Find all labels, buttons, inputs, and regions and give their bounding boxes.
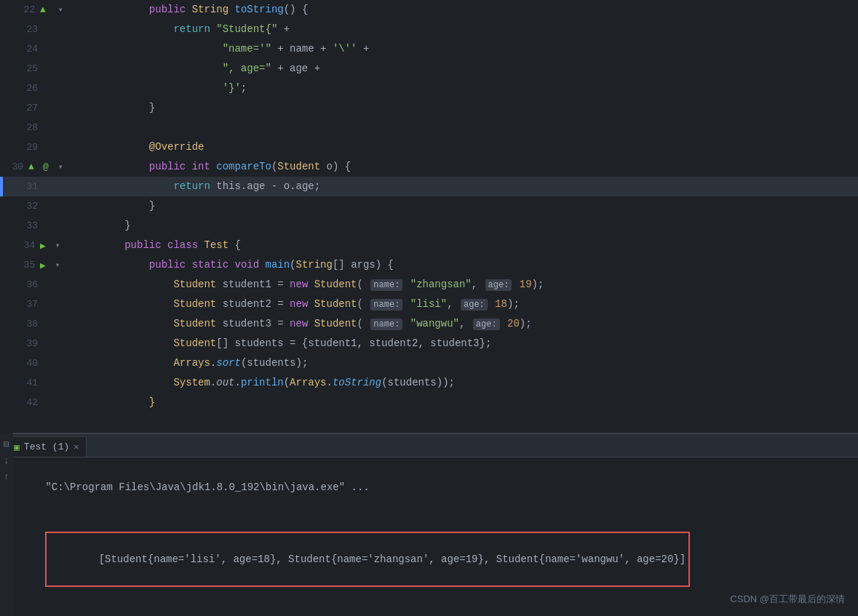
line-gutter-24: 24 bbox=[0, 44, 73, 55]
line-gutter-37: 37 bbox=[0, 299, 73, 310]
terminal-output-line: [Student{name='lisi', age=18}, Student{n… bbox=[9, 516, 849, 603]
terminal-tab-icon: ▣ bbox=[14, 441, 20, 453]
run-icon-35[interactable]: ▶ bbox=[36, 259, 49, 272]
run-icon-34[interactable]: ▶ bbox=[36, 239, 49, 252]
line-gutter-40: 40 bbox=[0, 358, 73, 369]
line-gutter-22: 22 ▲ ▾ bbox=[0, 4, 73, 17]
line-gutter-28: 28 bbox=[0, 122, 73, 133]
sidebar-icon-2[interactable]: ↓ bbox=[1, 455, 12, 466]
line-gutter-33: 33 bbox=[0, 220, 73, 231]
line-gutter-34: 34 ▶ ▾ bbox=[0, 239, 73, 252]
fold-icon-34[interactable]: ▾ bbox=[51, 239, 64, 252]
fold-icon-30[interactable]: ▾ bbox=[54, 161, 67, 174]
terminal-finish-line: Process finished with exit code 0 bbox=[9, 612, 849, 616]
code-editor[interactable]: 22 ▲ ▾ public String toString() { 23 ret… bbox=[0, 0, 858, 433]
terminal-area[interactable]: ▣ Test (1) ✕ "C:\Program Files\Java\jdk1… bbox=[0, 433, 858, 616]
terminal-cmd-line: "C:\Program Files\Java\jdk1.8.0_192\bin\… bbox=[9, 463, 849, 511]
line-gutter-29: 29 bbox=[0, 142, 73, 153]
line-gutter-26: 26 bbox=[0, 83, 73, 94]
terminal-content[interactable]: "C:\Program Files\Java\jdk1.8.0_192\bin\… bbox=[0, 457, 858, 616]
run-up-icon-30[interactable]: ▲ bbox=[25, 161, 38, 174]
code-lines: 22 ▲ ▾ public String toString() { 23 ret… bbox=[0, 0, 858, 433]
sidebar-icon-3[interactable]: ↑ bbox=[1, 471, 12, 482]
terminal-tabs: ▣ Test (1) ✕ bbox=[0, 434, 858, 457]
line-gutter-38: 38 bbox=[0, 319, 73, 329]
line-gutter-27: 27 bbox=[0, 103, 73, 113]
fold-icon-35[interactable]: ▾ bbox=[51, 259, 64, 272]
code-line-42: 42 } bbox=[0, 393, 858, 412]
output-highlight-box: [Student{name='lisi', age=18}, Student{n… bbox=[45, 532, 690, 587]
line-gutter-25: 25 bbox=[0, 63, 73, 74]
fold-icon-22[interactable]: ▾ bbox=[54, 4, 67, 17]
run-up-icon[interactable]: ▲ bbox=[36, 4, 49, 17]
line-gutter-36: 36 bbox=[0, 279, 73, 290]
line-gutter-32: 32 bbox=[0, 201, 73, 212]
code-line-27: 27 } bbox=[0, 98, 858, 118]
line-gutter-39: 39 bbox=[0, 338, 73, 349]
watermark: CSDN @百工带最后的深情 bbox=[730, 593, 845, 606]
sidebar-icon-1[interactable]: ⊟ bbox=[1, 439, 12, 450]
line-gutter-42: 42 bbox=[0, 397, 73, 408]
terminal-tab-label: Test (1) bbox=[24, 441, 69, 452]
line-gutter-35: 35 ▶ ▾ bbox=[0, 259, 73, 272]
line-content-42: } bbox=[73, 373, 858, 432]
at-icon-30: @ bbox=[39, 161, 52, 174]
terminal-sidebar: ⊟ ↓ ↑ bbox=[0, 433, 13, 616]
line-gutter-23: 23 bbox=[0, 24, 73, 35]
terminal-tab-test[interactable]: ▣ Test (1) ✕ bbox=[6, 436, 87, 457]
line-gutter-30: 30 ▲ @ ▾ bbox=[0, 161, 73, 174]
line-gutter-31: 31 bbox=[0, 181, 73, 192]
line-gutter-41: 41 bbox=[0, 377, 73, 388]
terminal-close-button[interactable]: ✕ bbox=[74, 441, 79, 452]
